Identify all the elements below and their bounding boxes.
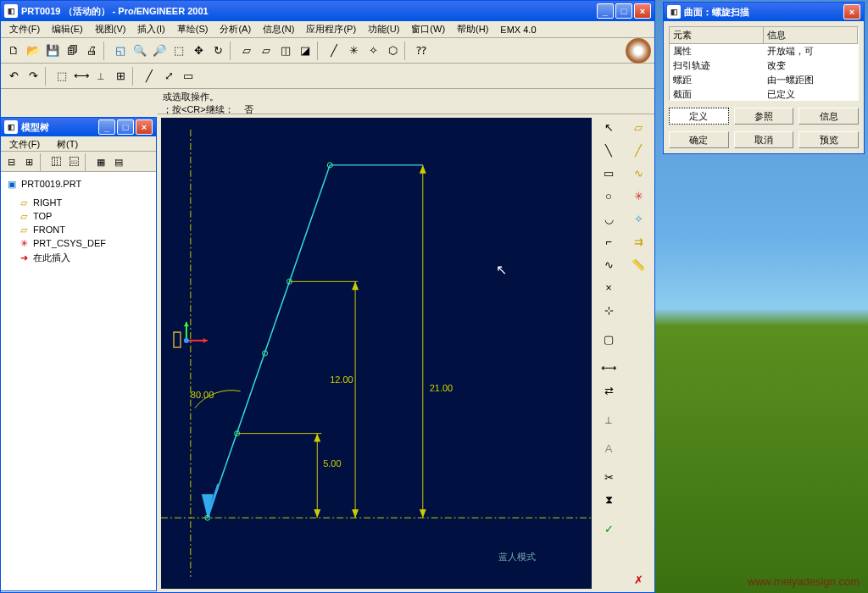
menu-app[interactable]: 应用程序(P) [301, 21, 361, 37]
datum-2-icon[interactable]: ✳ [344, 42, 363, 60]
grid-icon[interactable]: ⊞ [111, 67, 130, 86]
select-icon[interactable]: ⬚ [53, 67, 71, 86]
refs-button[interactable]: 参照 [734, 108, 794, 125]
trim-icon[interactable]: ✂ [597, 466, 620, 488]
ruler-icon[interactable]: 📏 [626, 253, 650, 275]
display-3-icon[interactable]: ◫ [276, 42, 295, 60]
save-copy-icon[interactable]: 🗐 [63, 42, 81, 60]
datum-3-icon[interactable]: ✧ [364, 42, 382, 60]
open-icon[interactable]: 📂 [24, 42, 42, 60]
constr-icon[interactable]: ⟂ [597, 408, 620, 430]
display-4-icon[interactable]: ◪ [296, 42, 314, 60]
tree-btn-5-icon[interactable]: ▦ [92, 153, 109, 170]
menu-func[interactable]: 功能(U) [363, 21, 404, 37]
rect-icon[interactable]: ▭ [597, 162, 620, 184]
tree-body[interactable]: ▣ PRT0019.PRT ▱ RIGHT ▱ TOP ▱ FRONT ✳ PR… [1, 172, 156, 590]
tree-item-insert[interactable]: ➔ 在此插入 [3, 250, 154, 266]
tree-minimize-button[interactable]: _ [98, 119, 115, 135]
tree-item-right[interactable]: ▱ RIGHT [3, 196, 154, 209]
menu-edit[interactable]: 编辑(E) [47, 21, 88, 37]
new-icon[interactable]: 🗋 [4, 42, 23, 60]
menu-file[interactable]: 文件(F) [4, 21, 45, 37]
zoom-in-icon[interactable]: 🔍 [131, 42, 149, 60]
menu-emx[interactable]: EMX 4.0 [495, 23, 541, 36]
done-icon[interactable]: ✓ [597, 518, 620, 540]
offset-icon[interactable]: ⇉ [626, 230, 650, 252]
redo-icon[interactable]: ↷ [24, 67, 42, 86]
axis-icon[interactable]: ╱ [626, 139, 650, 161]
tree-btn-1-icon[interactable]: ⊟ [3, 153, 19, 170]
tree-item-top[interactable]: ▱ TOP [3, 209, 154, 223]
table-row[interactable]: 扫引轨迹改变 [670, 58, 858, 73]
help-cursor-icon[interactable]: ⁇ [412, 42, 431, 60]
line-tool-icon[interactable]: ╱ [140, 67, 159, 86]
tree-item-csys[interactable]: ✳ PRT_CSYS_DEF [3, 236, 154, 250]
zoom-out-icon[interactable]: 🔎 [150, 42, 169, 60]
define-button[interactable]: 定义 [669, 108, 729, 125]
fillet-icon[interactable]: ⌐ [597, 230, 620, 252]
tree-menu-file[interactable]: 文件(F) [4, 136, 45, 151]
tree-menu-tree[interactable]: 树(T) [52, 136, 83, 151]
element-table[interactable]: 元素 信息 属性开放端，可 扫引轨迹改变 螺距由一螺距图 截面已定义 [669, 26, 859, 101]
cancel-button[interactable]: 取消 [734, 131, 794, 148]
mirror-icon[interactable]: ⧗ [597, 489, 620, 511]
dialog-titlebar[interactable]: ◧ 曲面：螺旋扫描 × [664, 3, 864, 21]
cancel-icon[interactable]: ✗ [626, 568, 650, 590]
table-row[interactable]: 截面已定义 [670, 87, 858, 101]
menu-info[interactable]: 信息(N) [258, 21, 299, 37]
print-icon[interactable]: 🖨 [82, 42, 101, 60]
curve-icon[interactable]: ∿ [626, 162, 650, 184]
maximize-button[interactable]: □ [615, 3, 632, 19]
select-tool-icon[interactable]: ↖ [597, 116, 620, 138]
display-1-icon[interactable]: ▱ [237, 42, 256, 60]
dim-icon[interactable]: ⟷ [597, 357, 620, 379]
datum-plane-icon[interactable]: ▱ [626, 116, 650, 138]
dialog-close-button[interactable]: × [843, 4, 860, 19]
spline-icon[interactable]: ∿ [597, 253, 620, 275]
ok-button[interactable]: 确定 [669, 131, 729, 148]
tree-btn-3-icon[interactable]: ⿲ [47, 153, 64, 170]
csys-tool-icon[interactable]: ✳ [626, 185, 650, 207]
tree-item-front[interactable]: ▱ FRONT [3, 223, 154, 236]
moddim-icon[interactable]: ⇄ [597, 380, 620, 402]
spin-icon[interactable]: ↻ [209, 42, 227, 60]
tree-btn-6-icon[interactable]: ▤ [110, 153, 127, 170]
text-icon[interactable]: A [597, 437, 620, 459]
dim-tool-icon[interactable]: ⟷ [72, 67, 91, 86]
line-icon[interactable]: ╲ [597, 139, 620, 161]
tree-close-button[interactable]: × [136, 119, 153, 135]
constraint-icon[interactable]: ⟂ [92, 67, 110, 86]
menu-window[interactable]: 窗口(W) [406, 21, 450, 37]
tree-maximize-button[interactable]: □ [117, 119, 134, 135]
tree-btn-4-icon[interactable]: ⿳ [65, 153, 82, 170]
menu-insert[interactable]: 插入(I) [132, 21, 170, 37]
save-icon[interactable]: 💾 [43, 42, 62, 60]
preview-button[interactable]: 预览 [798, 131, 859, 148]
pan-icon[interactable]: ✥ [189, 42, 208, 60]
tree-btn-2-icon[interactable]: ⊞ [20, 153, 37, 170]
point-icon[interactable]: × [597, 276, 620, 298]
menu-sketch[interactable]: 草绘(S) [172, 21, 214, 37]
display-2-icon[interactable]: ▱ [257, 42, 275, 60]
rect-tool-icon[interactable]: ▭ [179, 67, 198, 86]
menu-help[interactable]: 帮助(H) [452, 21, 493, 37]
refit-icon[interactable]: ◱ [111, 42, 130, 60]
menu-view[interactable]: 视图(V) [90, 21, 131, 37]
undo-icon[interactable]: ↶ [4, 67, 23, 86]
datum-1-icon[interactable]: ╱ [325, 42, 343, 60]
close-button[interactable]: × [634, 3, 651, 19]
table-row[interactable]: 属性开放端，可 [670, 44, 858, 58]
table-row[interactable]: 螺距由一螺距图 [670, 73, 858, 87]
zoom-window-icon[interactable]: ⬚ [170, 42, 188, 60]
sketch-canvas[interactable]: 21.00 12.00 5.00 80.00 蓝人模式 [161, 118, 592, 589]
circle-icon[interactable]: ○ [597, 185, 620, 207]
tree-titlebar[interactable]: ◧ 模型树 _ □ × [1, 118, 156, 136]
menu-analysis[interactable]: 分析(A) [214, 21, 256, 37]
datum-4-icon[interactable]: ⬡ [383, 42, 402, 60]
tree-root[interactable]: ▣ PRT0019.PRT [3, 177, 154, 191]
line2-tool-icon[interactable]: ⤢ [159, 67, 178, 86]
arc-icon[interactable]: ◡ [597, 208, 620, 230]
main-titlebar[interactable]: ◧ PRT0019 （活动的） - Pro/ENGINEER 2001 _ □ … [1, 1, 654, 21]
minimize-button[interactable]: _ [597, 3, 614, 19]
point-tool-icon[interactable]: ✧ [626, 208, 650, 230]
